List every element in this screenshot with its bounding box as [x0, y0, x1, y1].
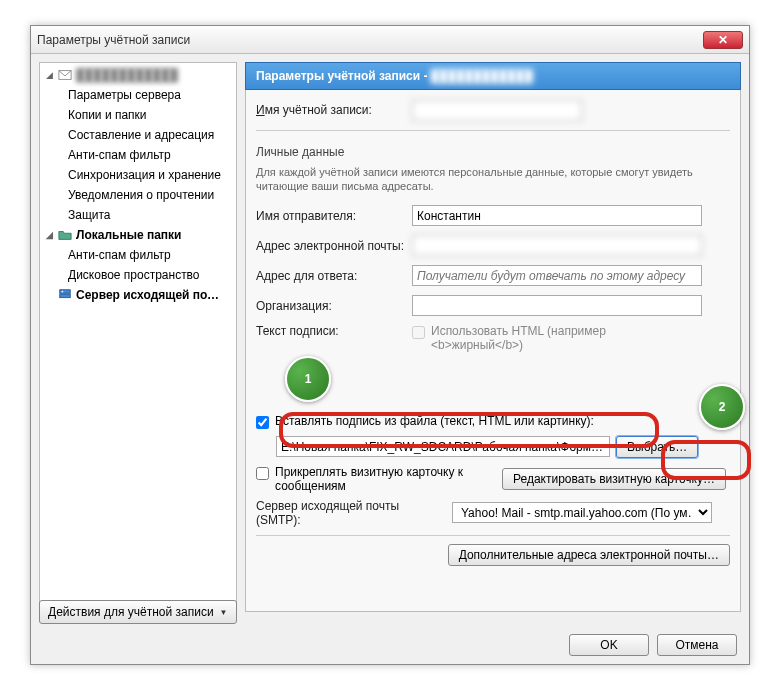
- sender-input[interactable]: [412, 205, 702, 226]
- smtp-select[interactable]: Yahoo! Mail - smtp.mail.yahoo.com (По ум…: [452, 502, 712, 523]
- close-button[interactable]: ✕: [703, 31, 743, 49]
- section-personal: Личные данные: [256, 145, 730, 159]
- titlebar: Параметры учётной записи ✕: [31, 26, 749, 54]
- account-name-input[interactable]: [412, 100, 582, 121]
- sidebar-smtp-server[interactable]: Сервер исходящей почт…: [40, 285, 236, 305]
- email-input[interactable]: [412, 235, 702, 256]
- row-email: Адрес электронной почты:: [256, 234, 730, 258]
- account-settings-dialog: Параметры учётной записи ✕ ◢ ███████████…: [30, 25, 750, 665]
- svg-rect-1: [60, 290, 71, 294]
- folder-icon: [58, 228, 72, 242]
- close-icon: ✕: [718, 33, 728, 47]
- row-insert-sig: Вставлять подпись из файла (текст, HTML …: [256, 414, 730, 429]
- row-sig-path: Выбрать…: [256, 435, 730, 459]
- label-org: Организация:: [256, 299, 406, 313]
- server-icon: [58, 288, 72, 302]
- divider: [256, 535, 730, 536]
- label-smtp: Сервер исходящей почты (SMTP):: [256, 499, 446, 527]
- main-header: Параметры учётной записи - ████████████: [245, 62, 741, 90]
- sidebar-item-local-antispam[interactable]: Анти-спам фильтр: [40, 245, 236, 265]
- vcard-label: Прикреплять визитную карточку к сообщени…: [275, 465, 496, 493]
- badge-1: 1: [285, 356, 331, 402]
- edit-vcard-button[interactable]: Редактировать визитную карточку…: [502, 468, 726, 490]
- row-smtp: Сервер исходящей почты (SMTP): Yahoo! Ma…: [256, 499, 730, 527]
- insert-sig-checkbox[interactable]: [256, 416, 269, 429]
- label-account-name: Имя учётной записи:: [256, 103, 406, 117]
- sidebar-item-sync[interactable]: Синхронизация и хранение: [40, 165, 236, 185]
- footer-right: OK Отмена: [569, 634, 737, 656]
- sidebar-item-disk-space[interactable]: Дисковое пространство: [40, 265, 236, 285]
- label-sender: Имя отправителя:: [256, 209, 406, 223]
- row-account-name: Имя учётной записи:: [256, 98, 730, 122]
- sidebar-item-security[interactable]: Защита: [40, 205, 236, 225]
- use-html-wrap: Использовать HTML (например <b>жирный</b…: [412, 324, 651, 352]
- collapse-icon: ◢: [46, 230, 56, 240]
- chevron-down-icon: ▼: [220, 608, 228, 617]
- mail-icon: [58, 68, 72, 82]
- row-sender: Имя отправителя:: [256, 204, 730, 228]
- sidebar-item-antispam[interactable]: Анти-спам фильтр: [40, 145, 236, 165]
- window-title: Параметры учётной записи: [37, 33, 703, 47]
- label-reply: Адрес для ответа:: [256, 269, 406, 283]
- sig-path-input[interactable]: [276, 436, 610, 457]
- collapse-icon: ◢: [46, 70, 56, 80]
- cancel-button[interactable]: Отмена: [657, 634, 737, 656]
- sidebar-local-folders[interactable]: ◢ Локальные папки: [40, 225, 236, 245]
- label-email: Адрес электронной почты:: [256, 239, 406, 253]
- ok-button[interactable]: OK: [569, 634, 649, 656]
- use-html-label: Использовать HTML (например <b>жирный</b…: [431, 324, 651, 352]
- sidebar: ◢ ████████████ Параметры сервера Копии и…: [39, 62, 237, 612]
- use-html-checkbox[interactable]: [412, 326, 425, 339]
- sidebar-item-compose[interactable]: Составление и адресация: [40, 125, 236, 145]
- badge-2: 2: [699, 384, 745, 430]
- sidebar-item-server-params[interactable]: Параметры сервера: [40, 85, 236, 105]
- extra-emails-button[interactable]: Дополнительные адреса электронной почты…: [448, 544, 730, 566]
- sidebar-item-copies[interactable]: Копии и папки: [40, 105, 236, 125]
- header-account-masked: ████████████: [431, 69, 533, 83]
- svg-rect-2: [60, 294, 71, 298]
- label-signature: Текст подписи:: [256, 324, 406, 338]
- sidebar-item-receipts[interactable]: Уведомления о прочтении: [40, 185, 236, 205]
- main-panel: Параметры учётной записи - ████████████ …: [245, 62, 741, 612]
- sidebar-account-root[interactable]: ◢ ████████████: [40, 65, 236, 85]
- account-actions-button[interactable]: Действия для учётной записи ▼: [39, 600, 237, 624]
- account-name-masked: ████████████: [76, 68, 178, 82]
- row-reply: Адрес для ответа:: [256, 264, 730, 288]
- row-signature: Текст подписи: Использовать HTML (наприм…: [256, 324, 730, 352]
- vcard-checkbox[interactable]: [256, 467, 269, 480]
- reply-input[interactable]: [412, 265, 702, 286]
- row-org: Организация:: [256, 294, 730, 318]
- personal-hint: Для каждой учётной записи имеются персон…: [256, 165, 730, 194]
- choose-file-button[interactable]: Выбрать…: [616, 436, 698, 458]
- insert-sig-label: Вставлять подпись из файла (текст, HTML …: [275, 414, 594, 428]
- svg-point-3: [62, 291, 64, 293]
- org-input[interactable]: [412, 295, 702, 316]
- divider: [256, 130, 730, 131]
- row-vcard: Прикреплять визитную карточку к сообщени…: [256, 465, 730, 493]
- footer-left: Действия для учётной записи ▼: [39, 600, 237, 624]
